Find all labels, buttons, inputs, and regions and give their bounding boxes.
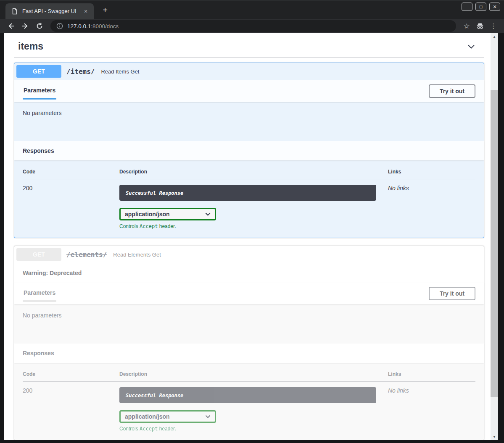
- response-links: No links: [388, 387, 475, 432]
- operation-path: /elements/: [66, 251, 107, 259]
- maximize-button[interactable]: □: [475, 3, 486, 11]
- browser-window: Fast API - Swagger UI × + − □ ✕ 127.0.0.…: [0, 0, 504, 443]
- media-type-value: application/json: [125, 413, 170, 420]
- tag-section-header[interactable]: items: [14, 38, 484, 58]
- tab-close-icon[interactable]: ×: [82, 8, 90, 15]
- scrollbar-thumb[interactable]: [491, 90, 498, 397]
- response-links: No links: [388, 185, 475, 229]
- accept-header-note: Controls Accept header.: [119, 426, 376, 432]
- response-description-cell: Successful Response application/json: [119, 185, 388, 229]
- response-code: 200: [23, 185, 119, 229]
- tag-title: items: [18, 41, 43, 52]
- minimize-button[interactable]: −: [462, 3, 472, 11]
- select-chevron-icon: [205, 415, 211, 419]
- back-button-icon[interactable]: [5, 20, 17, 32]
- col-description: Description: [119, 169, 388, 175]
- parameters-body: No parameters: [14, 304, 484, 343]
- incognito-icon: [475, 21, 486, 31]
- bookmark-star-icon[interactable]: ☆: [461, 21, 472, 31]
- url-host: 127.0.0.1: [67, 23, 91, 29]
- forward-button-icon[interactable]: [19, 20, 31, 32]
- response-code: 200: [23, 387, 119, 432]
- try-it-out-button[interactable]: Try it out: [429, 84, 475, 98]
- response-description-bar: Successful Response: [119, 387, 376, 403]
- operation-summary: Read Elements Get: [113, 252, 161, 258]
- responses-table: Code Description Links 200 Successful Re…: [14, 160, 484, 238]
- try-it-out-button[interactable]: Try it out: [429, 287, 475, 300]
- browser-menu-icon[interactable]: ⋮: [488, 21, 499, 31]
- responses-title: Responses: [23, 147, 54, 154]
- method-badge: GET: [16, 65, 61, 78]
- col-links: Links: [388, 371, 475, 377]
- scrollbar[interactable]: ▲ ▼: [491, 33, 498, 440]
- opblock-get-items: GET /items/ Read Items Get Parameters Tr…: [14, 63, 484, 238]
- media-type-select[interactable]: application/json: [119, 208, 216, 220]
- page-favicon-icon: [11, 8, 18, 15]
- response-description-cell: Successful Response application/json: [119, 387, 388, 432]
- col-description: Description: [119, 371, 388, 377]
- browser-toolbar: 127.0.0.1:8000/docs ☆ ⋮: [0, 19, 504, 33]
- site-info-icon[interactable]: [56, 23, 63, 29]
- col-code: Code: [23, 371, 119, 377]
- window-controls: − □ ✕: [462, 3, 500, 11]
- browser-tab[interactable]: Fast API - Swagger UI ×: [5, 3, 94, 19]
- parameters-body: No parameters: [14, 102, 484, 141]
- media-type-value: application/json: [125, 211, 170, 218]
- tab-parameters[interactable]: Parameters: [23, 87, 56, 100]
- response-description-bar: Successful Response: [119, 185, 376, 201]
- new-tab-button[interactable]: +: [100, 5, 111, 16]
- responses-title: Responses: [23, 350, 54, 356]
- response-description-text: Successful Response: [126, 190, 183, 196]
- chevron-down-icon[interactable]: [467, 42, 476, 51]
- parameters-header: Parameters Try it out: [14, 283, 484, 304]
- response-row-200: 200 Successful Response application/json: [23, 382, 475, 432]
- parameters-header: Parameters Try it out: [14, 80, 484, 102]
- media-type-control: application/json Controls Accept header.: [119, 410, 376, 432]
- close-button[interactable]: ✕: [489, 3, 500, 11]
- operation-summary: Read Items Get: [101, 68, 139, 75]
- responses-table-head: Code Description Links: [23, 169, 475, 179]
- window-bottom-edge: [0, 440, 504, 443]
- responses-header: Responses: [14, 141, 484, 160]
- scroll-down-icon[interactable]: ▼: [491, 433, 498, 440]
- responses-header: Responses: [14, 343, 484, 363]
- col-code: Code: [23, 169, 119, 175]
- tab-title: Fast API - Swagger UI: [22, 8, 82, 14]
- opblock-summary[interactable]: GET /items/ Read Items Get: [14, 63, 484, 80]
- window-right-edge: [498, 33, 504, 440]
- deprecation-warning-text: Warning: Deprecated: [23, 270, 82, 276]
- response-row-200: 200 Successful Response application/json: [23, 179, 475, 229]
- method-badge: GET: [16, 248, 61, 261]
- tab-parameters[interactable]: Parameters: [23, 289, 56, 302]
- url-path: :8000/docs: [91, 23, 119, 29]
- swagger-page: items GET /items/ Read Items Get Paramet…: [4, 33, 491, 440]
- operation-path: /items/: [66, 68, 95, 76]
- no-parameters-text: No parameters: [23, 110, 62, 116]
- media-type-select[interactable]: application/json: [119, 410, 216, 423]
- responses-table-head: Code Description Links: [23, 371, 475, 382]
- accept-header-note: Controls Accept header.: [119, 223, 376, 229]
- reload-button-icon[interactable]: [34, 20, 45, 32]
- scroll-up-icon[interactable]: ▲: [491, 33, 498, 40]
- window-left-edge: [0, 33, 4, 440]
- opblock-get-elements-deprecated: GET /elements/ Read Elements Get Warning…: [14, 246, 484, 440]
- responses-table: Code Description Links 200 Successful Re…: [14, 363, 484, 440]
- no-parameters-text: No parameters: [23, 312, 62, 319]
- tab-strip: Fast API - Swagger UI × + − □ ✕: [0, 0, 504, 19]
- opblock-summary[interactable]: GET /elements/ Read Elements Get: [14, 246, 484, 263]
- window-content: items GET /items/ Read Items Get Paramet…: [0, 33, 504, 440]
- response-description-text: Successful Response: [126, 393, 183, 398]
- col-links: Links: [388, 169, 475, 175]
- url-bar[interactable]: 127.0.0.1:8000/docs: [50, 20, 456, 32]
- media-type-control: application/json Controls Accept header.: [119, 208, 376, 229]
- deprecation-warning-section: Warning: Deprecated: [14, 263, 484, 283]
- select-chevron-icon: [205, 212, 211, 216]
